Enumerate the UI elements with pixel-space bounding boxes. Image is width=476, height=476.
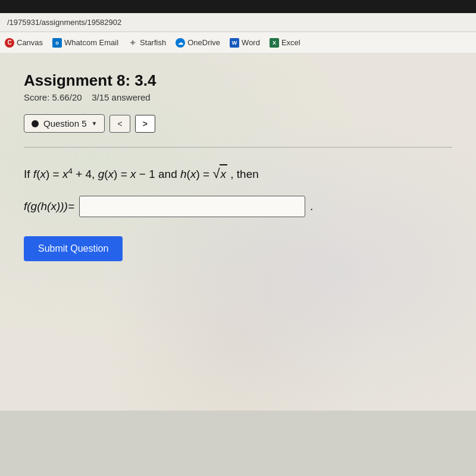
bookmark-outlook[interactable]: o Whatcom Email [52, 38, 118, 48]
starfish-icon: ✦ [128, 38, 137, 48]
answered-label: 3/15 answered [92, 92, 150, 102]
fx-label: f [33, 168, 36, 180]
prev-question-button[interactable]: < [109, 115, 130, 133]
bookmark-onedrive-label: OneDrive [187, 38, 220, 47]
score-line: Score: 5.66/20 3/15 answered [24, 92, 452, 102]
main-content: Assignment 8: 3.4 Score: 5.66/20 3/15 an… [0, 54, 476, 411]
sqrt-content: x [220, 164, 227, 183]
bookmark-excel[interactable]: X Excel [270, 38, 300, 48]
period-punctuation: . [310, 200, 313, 213]
question-status-dot [32, 120, 39, 127]
exponent-4: 4 [68, 167, 72, 176]
gx-label: g [98, 168, 105, 180]
submit-question-button[interactable]: Submit Question [24, 236, 123, 261]
bookmark-starfish-label: Starfish [140, 38, 166, 47]
bookmark-excel-label: Excel [281, 38, 300, 47]
sqrt-symbol: √ [212, 167, 220, 180]
bookmark-canvas[interactable]: C Canvas [5, 38, 43, 48]
math-problem-statement: If f(x) = x4 + 4, g(x) = x − 1 and h(x) … [24, 164, 452, 184]
top-bar [0, 0, 476, 13]
onedrive-icon: ☁ [176, 38, 185, 48]
question-selector: Question 5 ▼ < > [24, 114, 452, 133]
gx-var: x [108, 168, 114, 180]
hx-label: h [180, 168, 187, 180]
question-label: Question 5 [43, 118, 87, 129]
answer-input[interactable] [79, 196, 305, 217]
score-value: Score: 5.66/20 [24, 92, 82, 102]
assignment-title: Assignment 8: 3.4 [24, 71, 452, 90]
hx-var: x [190, 168, 196, 180]
excel-icon: X [270, 38, 279, 48]
dropdown-arrow-icon: ▼ [92, 120, 98, 127]
problem-if-text: If [24, 168, 33, 180]
problem-then-text: , then [230, 168, 259, 180]
bookmark-starfish[interactable]: ✦ Starfish [128, 38, 166, 48]
bookmark-outlook-label: Whatcom Email [64, 38, 118, 47]
bookmarks-bar: C Canvas o Whatcom Email ✦ Starfish ☁ On… [0, 32, 476, 54]
outlook-icon: o [52, 38, 62, 48]
bookmark-word-label: Word [242, 38, 260, 47]
bookmark-onedrive[interactable]: ☁ OneDrive [176, 38, 220, 48]
answer-label: f(g(h(x)))= [24, 200, 74, 213]
next-question-button[interactable]: > [135, 115, 155, 133]
fx-var2: x [62, 168, 68, 180]
address-bar: /1975931/assignments/19582902 [0, 13, 476, 32]
gx-expr: x [130, 168, 136, 180]
sqrt-expression: √ x [212, 164, 227, 183]
bookmark-word[interactable]: W Word [230, 38, 260, 48]
fx-var: x [40, 168, 46, 180]
question-dropdown[interactable]: Question 5 ▼ [24, 114, 105, 133]
bookmark-canvas-label: Canvas [17, 38, 43, 47]
word-icon: W [230, 38, 239, 48]
canvas-icon: C [5, 38, 14, 48]
address-text: /1975931/assignments/19582902 [7, 18, 121, 27]
section-divider [24, 147, 452, 148]
answer-row: f(g(h(x)))= . [24, 196, 452, 217]
